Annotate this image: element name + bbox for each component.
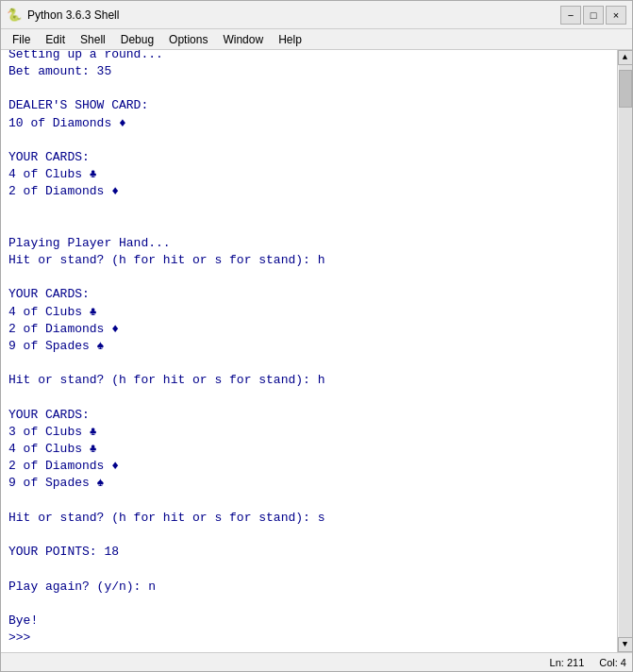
minimize-button[interactable]: − bbox=[560, 6, 581, 25]
title-bar: 🐍 Python 3.6.3 Shell − □ × bbox=[1, 1, 632, 29]
python-shell-window: 🐍 Python 3.6.3 Shell − □ × File Edit She… bbox=[0, 0, 633, 672]
close-button[interactable]: × bbox=[606, 6, 626, 25]
shell-area: YOUR POINTS: 27 Play again? (y/n): y Set… bbox=[1, 50, 632, 652]
window-controls: − □ × bbox=[560, 6, 626, 25]
menu-debug[interactable]: Debug bbox=[113, 31, 161, 48]
menu-window[interactable]: Window bbox=[215, 31, 271, 48]
menu-file[interactable]: File bbox=[5, 31, 38, 48]
line-number: Ln: 211 bbox=[550, 657, 585, 668]
scroll-down-button[interactable]: ▼ bbox=[618, 637, 633, 652]
menu-shell[interactable]: Shell bbox=[73, 31, 113, 48]
title-bar-left: 🐍 Python 3.6.3 Shell bbox=[7, 8, 119, 23]
window-title: Python 3.6.3 Shell bbox=[27, 8, 119, 22]
menu-bar: File Edit Shell Debug Options Window Hel… bbox=[1, 29, 632, 50]
scroll-up-button[interactable]: ▲ bbox=[618, 50, 633, 65]
shell-output[interactable]: YOUR POINTS: 27 Play again? (y/n): y Set… bbox=[1, 50, 617, 652]
maximize-button[interactable]: □ bbox=[583, 6, 604, 25]
scroll-track[interactable] bbox=[619, 65, 632, 637]
menu-edit[interactable]: Edit bbox=[38, 31, 73, 48]
menu-help[interactable]: Help bbox=[271, 31, 309, 48]
scroll-thumb[interactable] bbox=[619, 70, 632, 108]
app-icon: 🐍 bbox=[7, 8, 22, 23]
status-bar: Ln: 211 Col: 4 bbox=[1, 652, 632, 671]
scrollbar[interactable]: ▲ ▼ bbox=[617, 50, 632, 652]
menu-options[interactable]: Options bbox=[161, 31, 215, 48]
col-number: Col: 4 bbox=[599, 657, 626, 668]
